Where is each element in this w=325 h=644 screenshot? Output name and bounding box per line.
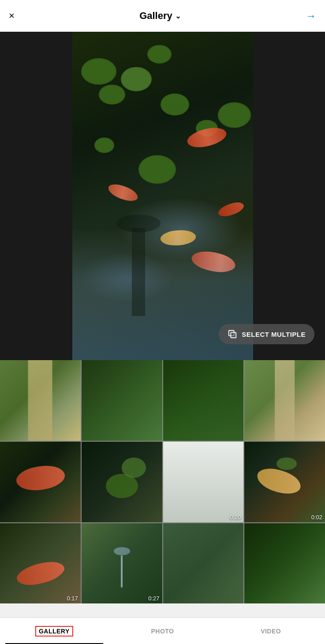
select-multiple-label: SELECT MULTIPLE <box>242 331 306 338</box>
thumbnail-11[interactable] <box>163 523 244 604</box>
thumb-image-4 <box>244 360 325 441</box>
video-duration-9: 0:17 <box>67 595 78 602</box>
header-title: Gallery ⌄ <box>139 10 181 22</box>
lily-pad <box>99 85 125 104</box>
thumb-image-1 <box>0 360 81 441</box>
lily-pad <box>138 155 176 184</box>
video-duration-10: 0:27 <box>148 595 159 602</box>
chevron-down-icon[interactable]: ⌄ <box>175 12 181 20</box>
video-duration-7: 0:20 <box>230 514 241 521</box>
thumb-image-11 <box>163 523 244 604</box>
thumb-image-6 <box>82 442 162 522</box>
thumbnail-5[interactable] <box>0 442 81 522</box>
select-multiple-button[interactable]: SELECT MULTIPLE <box>219 324 314 344</box>
tree-canopy-reflection <box>116 215 161 232</box>
thumb-image-9 <box>0 523 81 604</box>
lily-pad <box>121 67 152 91</box>
tab-photo[interactable]: PHOTO <box>108 618 217 644</box>
thumb-image-5 <box>0 442 81 522</box>
preview-background <box>0 32 325 360</box>
thumb-image-3 <box>163 360 244 441</box>
thumbnail-3[interactable] <box>163 360 244 441</box>
gallery-tab-label: GALLERY <box>35 626 73 637</box>
main-preview-image[interactable]: SELECT MULTIPLE <box>0 32 325 360</box>
thumbnail-grid: 0:20 0:02 0:17 0:27 <box>0 360 325 603</box>
thumbnail-4[interactable] <box>244 360 325 441</box>
svg-rect-1 <box>231 332 236 338</box>
photo-tab-label: PHOTO <box>151 628 174 635</box>
lily-pad <box>81 58 116 85</box>
lily-pad <box>218 102 251 128</box>
lily-pad <box>94 138 114 153</box>
thumbnail-6[interactable] <box>82 442 162 522</box>
thumbnail-1[interactable] <box>0 360 81 441</box>
select-multiple-icon <box>228 329 237 339</box>
header: × Gallery ⌄ → <box>0 0 325 32</box>
next-arrow-icon[interactable]: → <box>306 10 316 22</box>
lily-pad <box>161 93 189 115</box>
tab-bar: GALLERY PHOTO VIDEO <box>0 618 325 644</box>
thumbnail-12[interactable] <box>244 523 325 604</box>
close-icon[interactable]: × <box>9 10 15 22</box>
video-duration-8: 0:02 <box>311 514 322 521</box>
thumbnail-2[interactable] <box>82 360 162 441</box>
thumbnail-7[interactable]: 0:20 <box>163 442 244 522</box>
koi-pond-scene <box>72 32 253 360</box>
thumb-image-8 <box>244 442 325 522</box>
gallery-title-text: Gallery <box>139 10 172 22</box>
tab-video[interactable]: VIDEO <box>217 618 325 644</box>
tab-gallery[interactable]: GALLERY <box>0 618 108 644</box>
thumbnail-9[interactable]: 0:17 <box>0 523 81 604</box>
thumb-image-10 <box>82 523 162 604</box>
video-tab-label: VIDEO <box>261 628 281 635</box>
thumbnail-10[interactable]: 0:27 <box>82 523 162 604</box>
thumbnail-8[interactable]: 0:02 <box>244 442 325 522</box>
thumb-image-7 <box>163 442 244 522</box>
tree-reflection <box>132 228 145 316</box>
thumb-image-12 <box>244 523 325 604</box>
thumb-image-2 <box>82 360 162 441</box>
lily-pad <box>147 45 172 63</box>
